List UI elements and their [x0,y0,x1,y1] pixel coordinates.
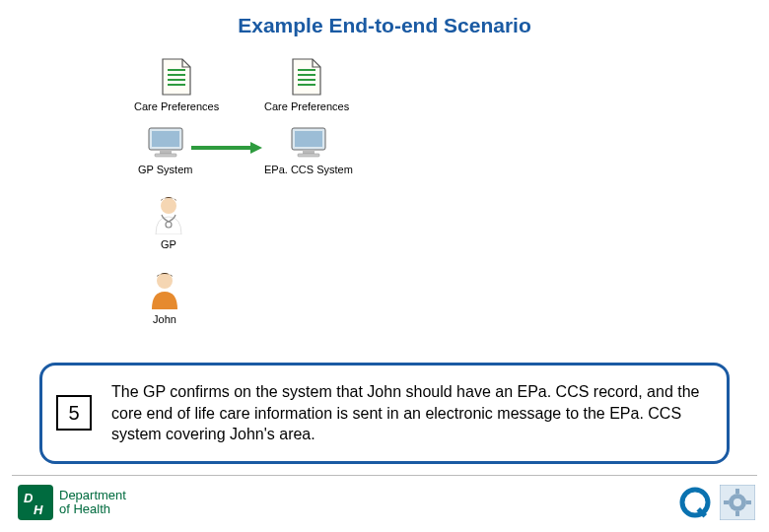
scenario-diagram: Care Preferences Care Preferences [0,57,769,353]
svg-rect-29 [735,489,739,494]
node-label: GP System [138,164,192,175]
step-text: The GP confirms on the system that John … [111,381,709,445]
step-callout: 5 The GP confirms on the system that Joh… [39,363,730,464]
svg-point-18 [161,198,176,214]
svg-point-28 [734,499,741,506]
gp-person-node: GP [152,195,185,250]
page-title: Example End-to-end Scenario [0,0,769,37]
monitor-icon [145,126,186,160]
svg-rect-2 [168,79,185,81]
care-preferences-doc-right: Care Preferences [264,57,349,112]
svg-point-20 [157,273,173,289]
john-person-node: John [148,270,181,325]
dept-line1: Department [59,489,126,502]
node-label: GP [152,238,185,250]
svg-marker-13 [250,142,262,154]
doctor-icon [152,195,185,234]
svg-rect-31 [724,500,729,504]
svg-rect-4 [298,69,315,71]
care-preferences-doc-left: Care Preferences [134,57,219,112]
gear-logo-icon [720,485,755,520]
svg-rect-0 [168,69,185,71]
svg-rect-1 [168,74,185,76]
svg-rect-6 [298,79,315,81]
svg-rect-15 [295,131,322,147]
monitor-icon [288,126,329,160]
svg-rect-32 [746,500,751,504]
arrow-icon [191,140,262,158]
person-icon [148,270,181,309]
step-number: 5 [56,395,92,431]
footer: D H Department of Health [0,475,769,526]
document-icon [291,57,322,97]
svg-rect-11 [155,154,176,157]
svg-rect-9 [152,131,179,147]
q-logo-icon [678,486,712,519]
svg-rect-5 [298,74,315,76]
divider [12,475,757,476]
svg-rect-30 [735,511,739,516]
svg-text:D: D [24,491,34,505]
dept-line2: of Health [59,502,126,516]
svg-rect-17 [298,154,319,157]
node-label: John [148,313,181,325]
svg-rect-7 [298,84,315,86]
dept-health-logo: D H Department of Health [18,485,126,520]
epaccs-system-node: EPa. CCS System [264,126,353,175]
node-label: EPa. CCS System [264,164,353,175]
dept-health-text: Department of Health [59,489,126,517]
node-label: Care Preferences [134,100,219,112]
svg-text:H: H [34,502,43,517]
gp-system-node: GP System [138,126,192,175]
document-icon [161,57,192,97]
svg-rect-16 [303,150,315,154]
svg-rect-10 [160,150,172,154]
right-logos [678,485,755,520]
node-label: Care Preferences [264,100,349,112]
dh-badge-icon: D H [18,485,53,520]
svg-rect-3 [168,84,185,86]
